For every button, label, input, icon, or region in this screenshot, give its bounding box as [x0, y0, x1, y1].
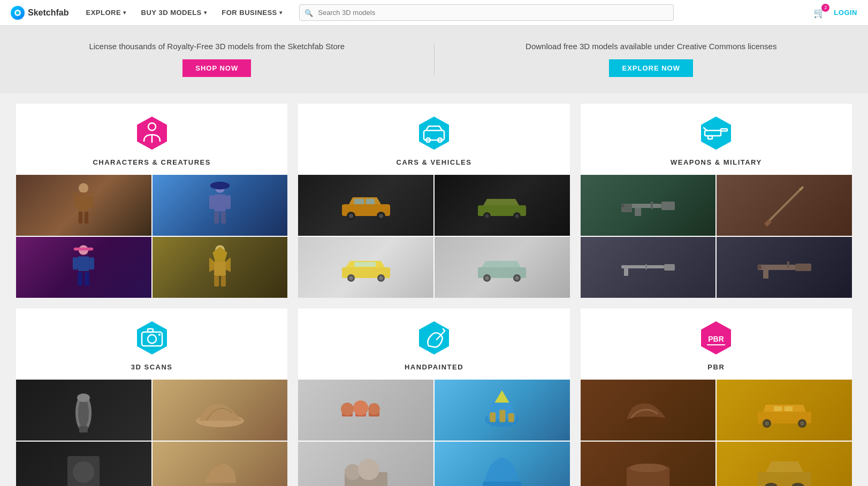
login-button[interactable]: LOGIN [834, 9, 857, 17]
hand-img-4 [435, 442, 570, 486]
svg-rect-20 [74, 248, 93, 251]
car-img-1 [298, 175, 433, 236]
svg-point-5 [79, 183, 88, 193]
car-img-3 [298, 237, 433, 298]
svg-rect-21 [78, 257, 89, 271]
category-card-weapons[interactable]: WEAPONS & MILITARY [581, 104, 852, 298]
category-title-cars: CARS & VEHICLES [397, 158, 472, 166]
svg-rect-18 [221, 212, 226, 224]
svg-rect-14 [214, 195, 226, 212]
svg-rect-68 [635, 208, 641, 216]
cart-button[interactable]: 🛒 2 [813, 7, 825, 19]
svg-rect-28 [214, 261, 226, 276]
hand-img-1 [298, 380, 433, 441]
svg-rect-32 [221, 276, 226, 287]
nav-buy[interactable]: BUY 3D MODELS ▾ [135, 4, 214, 21]
category-card-cars[interactable]: CARS & VEHICLES [298, 104, 569, 298]
svg-rect-16 [226, 196, 231, 210]
category-title-weapons: WEAPONS & MILITARY [671, 158, 762, 166]
category-header-pbr: PBR PBR [581, 308, 852, 380]
svg-point-13 [210, 182, 230, 190]
promo-banner: License thousands of Royalty-Free 3D mod… [0, 26, 868, 93]
svg-rect-75 [664, 264, 675, 271]
category-card-characters[interactable]: CHARACTERS & CREATURES [16, 104, 287, 298]
svg-point-46 [485, 214, 489, 218]
cart-badge: 2 [821, 4, 829, 12]
svg-point-82 [757, 265, 762, 269]
nav-explore[interactable]: EXPLORE ▾ [79, 4, 132, 21]
svg-point-41 [379, 214, 383, 218]
svg-rect-108 [508, 413, 514, 422]
search-input[interactable] [299, 4, 674, 21]
explore-now-button[interactable]: EXPLORE NOW [609, 59, 693, 77]
weap-img-1 [581, 175, 716, 236]
scan-img-3 [16, 442, 151, 486]
svg-rect-66 [661, 202, 675, 210]
svg-rect-74 [621, 265, 664, 268]
search-bar: 🔍 [299, 4, 674, 21]
navbar-right: 🛒 2 LOGIN [813, 7, 857, 19]
promo-left-text: License thousands of Royalty-Free 3D mod… [21, 42, 413, 51]
category-title-scans: 3D SCANS [131, 363, 173, 371]
char-img-3 [16, 237, 151, 298]
category-title-pbr: PBR [707, 363, 725, 371]
shop-now-button[interactable]: SHOP NOW [182, 59, 251, 77]
scan-img-1 [16, 380, 151, 441]
characters-icon [133, 114, 171, 152]
category-title-characters: CHARACTERS & CREATURES [93, 158, 211, 166]
category-title-handpainted: HANDPAINTED [405, 363, 463, 371]
scans-icon [133, 319, 171, 357]
svg-rect-106 [490, 413, 496, 422]
svg-marker-105 [495, 391, 509, 403]
svg-marker-60 [701, 117, 731, 150]
svg-point-57 [485, 276, 489, 280]
svg-point-39 [349, 214, 353, 218]
svg-rect-107 [500, 410, 506, 422]
weap-img-4 [717, 237, 852, 298]
category-images-cars [298, 175, 569, 298]
svg-rect-43 [366, 199, 375, 204]
categories-grid: CHARACTERS & CREATURES [16, 104, 852, 486]
svg-rect-80 [763, 270, 768, 279]
svg-point-111 [358, 459, 379, 480]
category-card-scans[interactable]: 3D SCANS [16, 308, 287, 486]
car-img-4 [435, 237, 570, 298]
svg-rect-15 [209, 196, 214, 210]
svg-point-53 [379, 276, 383, 280]
cars-icon [415, 114, 453, 152]
svg-rect-122 [774, 406, 782, 411]
pbr-img-1 [581, 380, 716, 441]
category-card-handpainted[interactable]: HANDPAINTED [298, 308, 569, 486]
svg-rect-123 [785, 406, 793, 411]
promo-right-text: Download free 3D models available under … [456, 42, 847, 51]
category-images-weapons [581, 175, 852, 298]
svg-point-103 [368, 403, 380, 415]
svg-point-91 [77, 394, 90, 402]
chevron-down-icon: ▾ [279, 10, 283, 16]
pbr-img-2 [717, 380, 852, 441]
svg-point-119 [765, 421, 769, 426]
svg-marker-95 [419, 321, 449, 354]
car-img-2 [435, 175, 570, 236]
category-images-pbr [581, 380, 852, 486]
logo[interactable]: Sketchfab [11, 6, 68, 20]
scan-img-2 [153, 380, 288, 441]
svg-rect-76 [624, 268, 628, 276]
pbr-img-4 [717, 442, 852, 486]
svg-text:PBR: PBR [709, 335, 725, 343]
promo-right: Download free 3D models available under … [456, 42, 847, 77]
nav-business[interactable]: FOR BUSINESS ▾ [215, 4, 288, 21]
svg-rect-24 [78, 272, 82, 286]
svg-rect-10 [85, 212, 88, 224]
svg-rect-7 [74, 196, 79, 208]
category-card-pbr[interactable]: PBR PBR [581, 308, 852, 486]
weap-img-2 [717, 175, 852, 236]
svg-rect-31 [214, 276, 219, 287]
handpainted-icon [415, 319, 453, 357]
svg-rect-8 [88, 196, 93, 208]
svg-rect-90 [79, 426, 88, 433]
svg-rect-79 [795, 264, 811, 271]
svg-marker-2 [137, 117, 167, 150]
svg-rect-9 [79, 212, 82, 224]
char-img-1 [16, 175, 151, 236]
